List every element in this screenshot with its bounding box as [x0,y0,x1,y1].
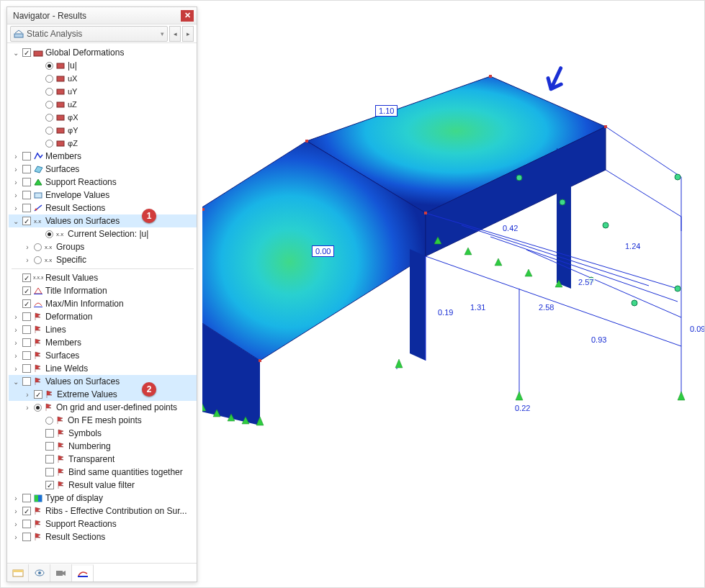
tree-row[interactable]: uY [9,85,197,98]
checkbox[interactable]: ✓ [22,507,31,515]
checkbox[interactable] [45,429,54,438]
nav-prev-button[interactable]: ◂ [169,26,181,42]
tree-row[interactable]: ›x.xGroups [9,240,197,253]
tree-row[interactable]: Numbering [9,440,197,453]
tree-row[interactable]: ›Envelope Values [9,189,197,202]
tree-row[interactable]: ⌄Values on Surfaces [9,375,197,388]
radio[interactable] [34,256,42,264]
tab-results-icon[interactable] [72,564,94,582]
checkbox[interactable] [22,165,31,173]
close-button[interactable]: ✕ [181,10,194,22]
expand-icon[interactable]: › [12,204,20,212]
tree-row[interactable]: ›Lines [9,323,197,336]
collapse-icon[interactable]: ⌄ [12,217,20,225]
radio[interactable] [45,62,53,70]
tree-row[interactable]: ✓Result value filter [9,479,197,492]
collapse-icon[interactable]: ⌄ [12,378,20,386]
tree-row[interactable]: ›Members [9,150,197,163]
tree-row[interactable]: ›Result Sections [9,202,197,214]
tree-row[interactable]: Symbols [9,427,197,440]
expand-icon[interactable]: › [23,256,32,264]
expand-icon[interactable]: › [12,339,20,347]
checkbox[interactable]: ✓ [45,481,54,489]
checkbox[interactable] [22,364,31,373]
expand-icon[interactable]: › [12,326,20,334]
tree-row[interactable]: uZ [9,98,197,111]
checkbox[interactable]: ✓ [22,217,31,225]
radio[interactable] [45,88,53,96]
radio[interactable] [45,75,53,83]
radio[interactable] [45,114,53,122]
checkbox[interactable] [22,533,31,541]
tab-camera-icon[interactable] [50,564,72,582]
checkbox[interactable] [22,312,31,321]
tree-row[interactable]: uX [9,72,197,85]
checkbox[interactable] [45,442,54,451]
expand-icon[interactable]: › [12,520,20,528]
radio[interactable] [45,140,53,148]
radio[interactable] [34,404,42,412]
expand-icon[interactable]: › [23,243,32,251]
radio[interactable] [45,127,53,135]
checkbox[interactable] [45,455,54,463]
tree-row[interactable]: φZ [9,137,197,150]
checkbox[interactable] [22,152,31,160]
checkbox[interactable] [22,377,31,386]
tree-row[interactable]: ›Result Sections [9,530,197,543]
expand-icon[interactable]: › [12,191,20,199]
expand-icon[interactable]: › [12,365,20,373]
checkbox[interactable] [22,178,31,186]
tree-row[interactable]: ›Surfaces [9,349,197,362]
checkbox[interactable] [22,338,31,347]
checkbox[interactable] [45,468,54,476]
expand-icon[interactable]: › [23,404,32,412]
checkbox[interactable]: ✓ [22,286,31,295]
tree-row[interactable]: ›Type of display [9,492,197,505]
expand-icon[interactable]: › [12,494,20,502]
tree-row[interactable]: ⌄✓x.xValues on Surfaces [9,214,197,227]
nav-next-button[interactable]: ▸ [182,26,194,42]
results-tree[interactable]: ⌄✓Global Deformations|u|uXuYuZφXφYφZ›Mem… [7,43,197,563]
model-viewport[interactable] [202,1,704,587]
tree-row[interactable]: x.xCurrent Selection: |u| [9,227,197,240]
tree-row[interactable]: ›x.xSpecific [9,253,197,266]
tree-row[interactable]: ›Surfaces [9,163,197,176]
checkbox[interactable] [22,204,31,212]
tree-row[interactable]: On FE mesh points [9,414,197,427]
checkbox[interactable]: ✓ [22,273,31,282]
checkbox[interactable] [22,351,31,360]
tree-row[interactable]: ›✓Extreme Values [9,388,197,401]
tree-row[interactable]: ›Members [9,336,197,349]
expand-icon[interactable]: › [12,533,20,541]
expand-icon[interactable]: › [12,352,20,360]
checkbox[interactable] [22,520,31,528]
radio[interactable] [34,243,42,251]
expand-icon[interactable]: › [23,391,32,399]
tree-row[interactable]: Transparent [9,453,197,466]
checkbox[interactable] [22,494,31,502]
expand-icon[interactable]: › [12,166,20,173]
checkbox[interactable]: ✓ [22,48,31,57]
tree-row[interactable]: φX [9,111,197,124]
tree-row[interactable]: ✓Max/Min Information [9,297,197,310]
radio[interactable] [45,417,53,425]
radio[interactable] [45,101,53,109]
tree-row[interactable]: ›Support Reactions [9,517,197,530]
tree-row[interactable]: φY [9,124,197,137]
tree-row[interactable]: ›Deformation [9,310,197,323]
tree-row[interactable]: |u| [9,59,197,72]
tab-data-icon[interactable] [7,564,29,582]
tree-row[interactable]: ›✓Ribs - Effective Contribution on Sur..… [9,505,197,517]
expand-icon[interactable]: › [12,313,20,321]
expand-icon[interactable]: › [12,507,20,515]
tree-row[interactable]: ✓x.x.xResult Values [9,271,197,284]
tree-row[interactable]: ›On grid and user-defined points [9,401,197,414]
tab-view-icon[interactable] [29,564,50,582]
expand-icon[interactable]: › [12,178,20,186]
tree-row[interactable]: ✓Title Information [9,284,197,297]
analysis-dropdown[interactable]: Static Analysis ▾ [10,26,168,42]
tree-row[interactable]: ›Support Reactions [9,176,197,189]
checkbox[interactable]: ✓ [22,299,31,308]
checkbox[interactable]: ✓ [34,390,42,399]
radio[interactable] [45,230,53,238]
